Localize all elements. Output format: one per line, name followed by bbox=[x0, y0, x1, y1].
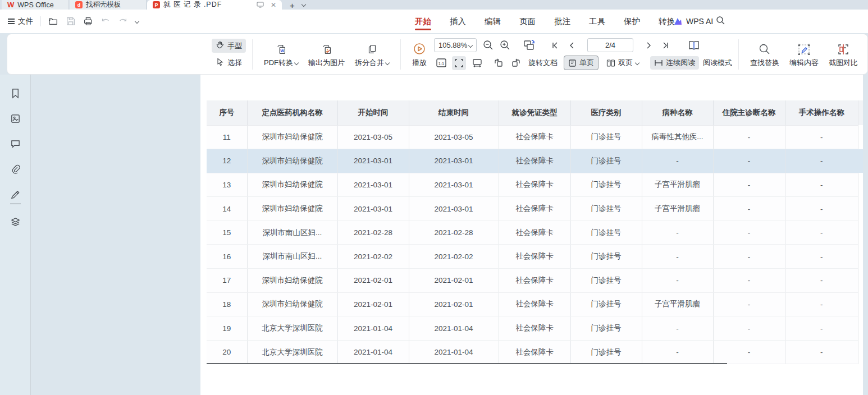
file-menu-button[interactable]: 文件 bbox=[8, 16, 33, 26]
tab-document-pdf[interactable]: P 就 医 记 录 .PDF ✕ bbox=[147, 0, 282, 10]
page-number-input[interactable]: 2/4 bbox=[587, 38, 633, 52]
split-merge-button[interactable]: 拆分合并 bbox=[350, 41, 394, 68]
read-mode-book-icon[interactable] bbox=[687, 40, 701, 51]
rotate-pages-icon[interactable] bbox=[522, 40, 537, 51]
last-page-icon[interactable] bbox=[660, 40, 671, 51]
prev-page-icon[interactable] bbox=[567, 40, 578, 51]
hand-tool-button[interactable]: 手型 bbox=[212, 39, 246, 53]
zoom-in-icon[interactable] bbox=[499, 40, 510, 51]
bookmark-icon[interactable] bbox=[10, 88, 21, 101]
new-tab-button[interactable]: + bbox=[290, 1, 295, 10]
zoom-level-select[interactable]: 105.88% bbox=[434, 38, 477, 52]
rotate-left-icon[interactable] bbox=[491, 56, 505, 70]
table-cell: - bbox=[713, 292, 785, 316]
table-row: 12 深圳市妇幼保健院 2021-03-01 2021-03-01 社会保障卡 … bbox=[207, 149, 858, 173]
table-cell: 门诊挂号 bbox=[570, 292, 642, 316]
ribbon-tab[interactable]: 保护 bbox=[623, 14, 641, 29]
table-cell: 13 bbox=[207, 173, 247, 197]
table-cell: 2021-01-04 bbox=[337, 340, 409, 364]
rotate-document-label[interactable]: 旋转文档 bbox=[528, 58, 558, 68]
ribbon-tab[interactable]: 页面 bbox=[518, 14, 537, 29]
table-row: 19 北京大学深圳医院 2021-01-04 2021-01-04 社会保障卡 … bbox=[207, 316, 858, 341]
table-cell: 子宫平滑肌瘤 bbox=[642, 197, 713, 221]
table-cell: 11 bbox=[207, 125, 247, 149]
table-cell: 社会保障卡 bbox=[499, 149, 570, 173]
pdf-convert-button[interactable]: W PDF转换 bbox=[259, 41, 303, 68]
menu-row: 文件 开始插入编辑页面批注工具保护转换 WPS AI bbox=[0, 10, 868, 33]
ribbon-tab[interactable]: 批注 bbox=[553, 14, 572, 29]
print-icon[interactable] bbox=[83, 16, 93, 26]
table-header-cell: 住院主诊断名称 bbox=[713, 100, 785, 125]
rotate-right-icon[interactable] bbox=[509, 56, 523, 70]
find-replace-button[interactable]: 查找替换 bbox=[745, 41, 784, 68]
table-cell: 2021-02-28 bbox=[409, 221, 499, 245]
signature-icon[interactable] bbox=[10, 189, 21, 204]
tab-list-chevron-icon[interactable] bbox=[301, 2, 306, 7]
screenshot-compare-button[interactable]: 截图对比 bbox=[824, 41, 863, 68]
table-cell: 2021-03-05 bbox=[409, 125, 499, 149]
chevron-down-icon bbox=[468, 43, 473, 47]
layers-icon[interactable] bbox=[10, 217, 21, 229]
continuous-read-button[interactable]: 连续阅读 bbox=[650, 56, 699, 70]
play-button[interactable]: 播放 bbox=[407, 41, 432, 68]
wps-ai-button[interactable]: WPS AI bbox=[674, 10, 713, 33]
wps-ai-logo-icon bbox=[674, 17, 682, 25]
first-page-icon[interactable] bbox=[550, 40, 561, 51]
table-row: 17 深圳市妇幼保健院 2021-02-01 2021-02-01 社会保障卡 … bbox=[207, 269, 858, 293]
next-page-icon[interactable] bbox=[643, 40, 654, 51]
table-cell: 子宫平滑肌瘤 bbox=[642, 292, 713, 316]
table-header-cell: 序号 bbox=[207, 100, 247, 125]
table-cell: 社会保障卡 bbox=[499, 173, 570, 197]
table-cell: 社会保障卡 bbox=[499, 221, 570, 245]
table-row: 16 深圳市南山区妇... 2021-02-02 2021-02-02 社会保障… bbox=[207, 245, 858, 269]
table-cell: 2021-03-01 bbox=[409, 197, 499, 221]
redo-icon[interactable] bbox=[118, 16, 128, 26]
single-page-button[interactable]: 单页 bbox=[564, 56, 599, 70]
pdf-convert-icon: W bbox=[275, 41, 287, 56]
ribbon-tab[interactable]: 插入 bbox=[449, 14, 467, 29]
ribbon-tab[interactable]: 编辑 bbox=[483, 14, 502, 29]
comment-icon[interactable] bbox=[10, 139, 21, 151]
table-cell: - bbox=[713, 269, 785, 293]
table-cell: 2021-01-04 bbox=[409, 316, 499, 341]
table-header-cell: 医疗类别 bbox=[570, 100, 642, 125]
table-cell: 深圳市妇幼保健院 bbox=[247, 149, 337, 173]
continuous-read-icon bbox=[654, 59, 663, 67]
pdf-page[interactable]: 序号定点医药机构名称开始时间结束时间就诊凭证类型医疗类别病种名称住院主诊断名称手… bbox=[200, 75, 863, 395]
zoom-out-icon[interactable] bbox=[482, 40, 494, 51]
table-cell: - bbox=[642, 149, 713, 173]
actual-size-icon[interactable]: 1:1 bbox=[434, 56, 448, 70]
close-icon[interactable]: ✕ bbox=[271, 1, 276, 9]
thumbnail-icon[interactable] bbox=[10, 113, 21, 126]
tab-docer-templates[interactable]: d 找稻壳模板 bbox=[70, 0, 147, 10]
edit-content-button[interactable]: 编辑内容 bbox=[784, 41, 824, 68]
table-cell: 社会保障卡 bbox=[499, 340, 570, 364]
attachment-icon[interactable] bbox=[10, 164, 21, 177]
read-mode-label[interactable]: 阅读模式 bbox=[703, 58, 732, 68]
save-icon[interactable] bbox=[66, 16, 76, 26]
undo-icon[interactable] bbox=[100, 16, 111, 26]
present-screen-icon[interactable] bbox=[257, 2, 264, 8]
tab-wps-office[interactable]: W WPS Office bbox=[2, 0, 69, 10]
fit-page-icon[interactable] bbox=[452, 56, 466, 70]
ribbon-search-icon[interactable] bbox=[716, 16, 725, 25]
navigation-panel[interactable] bbox=[31, 75, 200, 395]
play-icon bbox=[413, 41, 426, 56]
double-page-button[interactable]: 双页 bbox=[602, 56, 643, 70]
wps-logo-icon: W bbox=[7, 1, 14, 9]
export-image-label: 输出为图片 bbox=[308, 58, 345, 68]
compress-button[interactable]: 压缩 bbox=[863, 41, 868, 68]
ribbon-tab[interactable]: 开始 bbox=[414, 14, 432, 29]
select-tool-button[interactable]: 选择 bbox=[212, 56, 246, 70]
table-cell: - bbox=[785, 125, 858, 149]
double-page-icon bbox=[606, 59, 615, 67]
quickbar-chevron-icon[interactable] bbox=[135, 19, 139, 24]
table-cell: - bbox=[642, 221, 713, 245]
fit-width-icon[interactable] bbox=[470, 56, 484, 70]
ribbon-tab[interactable]: 工具 bbox=[588, 14, 606, 29]
export-as-image-button[interactable]: 输出为图片 bbox=[303, 41, 350, 68]
table-cell: 20 bbox=[207, 340, 247, 364]
table-header-cell: 病种名称 bbox=[642, 100, 713, 125]
chevron-down-icon bbox=[635, 61, 639, 65]
open-folder-icon[interactable] bbox=[48, 16, 58, 26]
